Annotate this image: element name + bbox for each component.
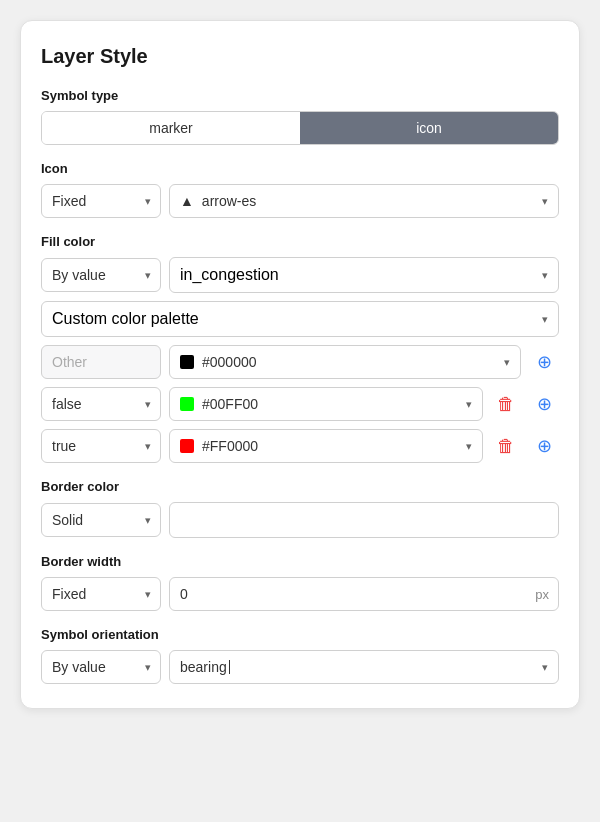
false-color-hex: #00FF00 xyxy=(202,396,258,412)
other-add-button[interactable]: ⊕ xyxy=(529,345,559,379)
border-width-section-label: Border width xyxy=(41,554,559,569)
symbol-orientation-row: By value Fixed ▾ bearing ▾ xyxy=(41,650,559,684)
false-add-button[interactable]: ⊕ xyxy=(529,387,559,421)
true-color-swatch xyxy=(180,439,194,453)
other-color-select[interactable]: #000000 ▾ xyxy=(169,345,521,379)
icon-name-chevron-icon: ▾ xyxy=(542,195,548,208)
palette-label: Custom color palette xyxy=(52,310,199,328)
true-value-select[interactable]: true false xyxy=(41,429,161,463)
true-value-wrapper[interactable]: true false ▾ xyxy=(41,429,161,463)
other-color-row: Other #000000 ▾ ⊕ xyxy=(41,345,559,379)
orientation-field-select[interactable]: bearing ▾ xyxy=(169,650,559,684)
symbol-type-control: marker icon xyxy=(41,111,559,145)
symbol-type-label: Symbol type xyxy=(41,88,559,103)
segment-icon[interactable]: icon xyxy=(300,112,558,144)
icon-row: Fixed By value ▾ ▲ arrow-es ▾ xyxy=(41,184,559,218)
fill-color-field-chevron-icon: ▾ xyxy=(542,269,548,282)
true-delete-button[interactable]: 🗑 xyxy=(491,429,521,463)
palette-row: Custom color palette ▾ xyxy=(41,301,559,337)
false-delete-button[interactable]: 🗑 xyxy=(491,387,521,421)
false-color-row: false true ▾ #00FF00 ▾ 🗑 ⊕ xyxy=(41,387,559,421)
false-color-swatch xyxy=(180,397,194,411)
other-color-swatch xyxy=(180,355,194,369)
border-color-type-select[interactable]: Solid None xyxy=(41,503,161,537)
fill-color-section-label: Fill color xyxy=(41,234,559,249)
segment-marker[interactable]: marker xyxy=(42,112,300,144)
false-value-wrapper[interactable]: false true ▾ xyxy=(41,387,161,421)
false-value-select[interactable]: false true xyxy=(41,387,161,421)
bearing-cursor xyxy=(229,660,230,674)
border-color-row: Solid None ▾ xyxy=(41,502,559,538)
other-color-chevron-icon: ▾ xyxy=(504,356,510,369)
border-color-field xyxy=(169,502,559,538)
icon-type-select[interactable]: Fixed By value xyxy=(41,184,161,218)
border-color-type-wrapper[interactable]: Solid None ▾ xyxy=(41,503,161,537)
icon-name-select[interactable]: ▲ arrow-es ▾ xyxy=(169,184,559,218)
border-width-type-select[interactable]: Fixed By value xyxy=(41,577,161,611)
false-color-select[interactable]: #00FF00 ▾ xyxy=(169,387,483,421)
other-color-hex: #000000 xyxy=(202,354,257,370)
icon-section-label: Icon xyxy=(41,161,559,176)
true-color-select[interactable]: #FF0000 ▾ xyxy=(169,429,483,463)
layer-style-panel: Layer Style Symbol type marker icon Icon… xyxy=(20,20,580,709)
orientation-field-label: bearing xyxy=(180,659,227,675)
true-color-chevron-icon: ▾ xyxy=(466,440,472,453)
symbol-type-row: marker icon xyxy=(41,111,559,145)
true-color-row: true false ▾ #FF0000 ▾ 🗑 ⊕ xyxy=(41,429,559,463)
palette-select[interactable]: Custom color palette ▾ xyxy=(41,301,559,337)
arrow-es-icon: ▲ xyxy=(180,193,194,209)
border-width-row: Fixed By value ▾ px xyxy=(41,577,559,611)
border-color-section-label: Border color xyxy=(41,479,559,494)
fill-color-field-label: in_congestion xyxy=(180,266,279,284)
fill-color-type-wrapper[interactable]: By value Fixed ▾ xyxy=(41,258,161,292)
panel-title: Layer Style xyxy=(41,45,559,68)
true-color-hex: #FF0000 xyxy=(202,438,258,454)
palette-chevron-icon: ▾ xyxy=(542,313,548,326)
border-width-type-wrapper[interactable]: Fixed By value ▾ xyxy=(41,577,161,611)
border-width-unit-label: px xyxy=(535,587,549,602)
other-label: Other xyxy=(41,345,161,379)
icon-type-select-wrapper[interactable]: Fixed By value ▾ xyxy=(41,184,161,218)
symbol-orientation-section-label: Symbol orientation xyxy=(41,627,559,642)
orientation-type-select[interactable]: By value Fixed xyxy=(41,650,161,684)
fill-color-field-select[interactable]: in_congestion ▾ xyxy=(169,257,559,293)
border-width-input-wrapper: px xyxy=(169,577,559,611)
border-width-input[interactable] xyxy=(169,577,559,611)
false-color-chevron-icon: ▾ xyxy=(466,398,472,411)
fill-color-type-select[interactable]: By value Fixed xyxy=(41,258,161,292)
orientation-type-wrapper[interactable]: By value Fixed ▾ xyxy=(41,650,161,684)
fill-color-type-row: By value Fixed ▾ in_congestion ▾ xyxy=(41,257,559,293)
orientation-field-chevron-icon: ▾ xyxy=(542,661,548,674)
true-add-button[interactable]: ⊕ xyxy=(529,429,559,463)
icon-name-label: arrow-es xyxy=(202,193,256,209)
